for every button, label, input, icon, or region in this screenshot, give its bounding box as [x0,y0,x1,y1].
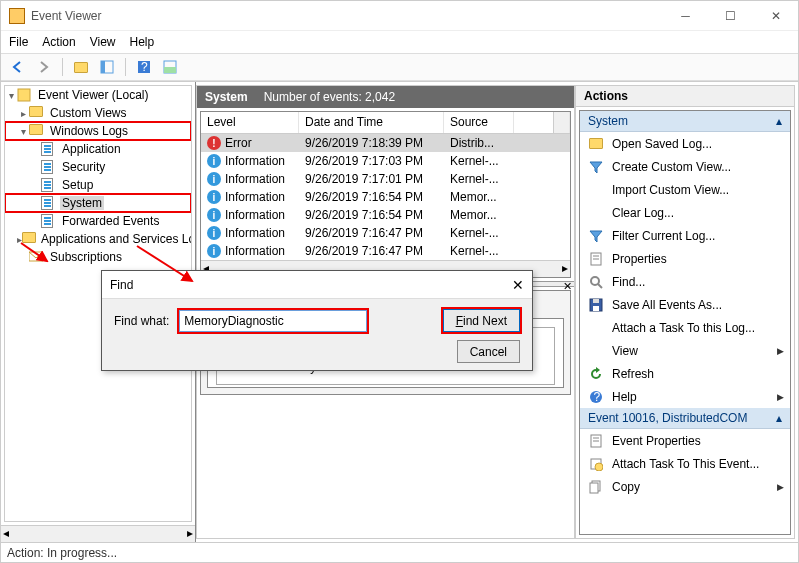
menu-view[interactable]: View [90,35,116,49]
svg-rect-1 [101,61,105,73]
action-clear-log[interactable]: Clear Log... [580,201,790,224]
svg-text:?: ? [141,60,148,74]
action-import-custom-view[interactable]: Import Custom View... [580,178,790,201]
expand-root-icon[interactable]: ▾ [5,90,17,101]
action-label: Attach a Task To this Log... [612,321,755,335]
col-level[interactable]: Level [201,112,299,133]
tree-application[interactable]: Application [60,142,123,156]
action-label: Refresh [612,367,654,381]
tree-custom-views[interactable]: Custom Views [48,106,128,120]
app-icon [9,8,25,24]
find-input[interactable] [179,310,367,332]
tree-forwarded[interactable]: Forwarded Events [60,214,161,228]
tree-h-scrollbar[interactable]: ◂▸ [1,525,195,542]
actions-section-system[interactable]: System ▴ [580,111,790,132]
event-row[interactable]: iInformation9/26/2019 7:16:47 PMKernel-.… [201,242,570,260]
actions-body: System ▴ Open Saved Log...Create Custom … [579,110,791,535]
tree-setup[interactable]: Setup [60,178,95,192]
props-icon [588,251,604,267]
info-icon: i [207,154,221,168]
col-source[interactable]: Source [444,112,514,133]
grid-header[interactable]: Level Date and Time Source [201,112,570,134]
back-button[interactable] [7,56,29,78]
tree-security[interactable]: Security [60,160,107,174]
refresh-icon [588,366,604,382]
menu-file[interactable]: File [9,35,28,49]
action-filter-current-log[interactable]: Filter Current Log... [580,224,790,247]
info-icon: i [207,226,221,240]
close-button[interactable]: ✕ [753,1,798,30]
event-row[interactable]: iInformation9/26/2019 7:16:54 PMMemor... [201,206,570,224]
titlebar: Event Viewer ─ ☐ ✕ [1,1,798,31]
expand-winlogs-icon[interactable]: ▾ [17,126,29,137]
events-grid: Level Date and Time Source !Error9/26/20… [200,111,571,278]
blank-icon [588,320,604,336]
actions-section-label: Event 10016, DistributedCOM [588,411,747,425]
svg-rect-15 [593,306,599,311]
action-label: Find... [612,275,645,289]
event-row[interactable]: iInformation9/26/2019 7:17:01 PMKernel-.… [201,170,570,188]
action-refresh[interactable]: Refresh [580,362,790,385]
action-save-all-events-as[interactable]: Save All Events As... [580,293,790,316]
close-preview-button[interactable]: ✕ [563,280,572,293]
find-close-button[interactable]: ✕ [512,277,524,293]
show-tree-button[interactable] [96,56,118,78]
grid-body[interactable]: !Error9/26/2019 7:18:39 PMDistrib...iInf… [201,134,570,260]
action-help[interactable]: ?Help▶ [580,385,790,408]
minimize-button[interactable]: ─ [663,1,708,30]
funnel-new-icon [588,159,604,175]
action-label: Event Properties [612,434,701,448]
events-header-title: System [205,90,248,104]
actions-section-label: System [588,114,628,128]
info-icon: i [207,208,221,222]
action-open-saved-log[interactable]: Open Saved Log... [580,132,790,155]
tree-windows-logs[interactable]: Windows Logs [48,124,130,138]
action-label: Save All Events As... [612,298,722,312]
event-row[interactable]: !Error9/26/2019 7:18:39 PMDistrib... [201,134,570,152]
actions-section-event[interactable]: Event 10016, DistributedCOM ▴ [580,408,790,429]
action-view[interactable]: View▶ [580,339,790,362]
collapse-icon[interactable]: ▴ [776,411,782,425]
forward-button[interactable] [33,56,55,78]
expand-custom-icon[interactable]: ▸ [17,108,29,119]
annotation-arrow-icon [132,241,212,291]
menu-action[interactable]: Action [42,35,75,49]
event-row[interactable]: iInformation9/26/2019 7:16:47 PMKernel-.… [201,224,570,242]
help-icon: ? [588,389,604,405]
cancel-button[interactable]: Cancel [457,340,520,363]
copy-icon [588,479,604,495]
action-find[interactable]: Find... [580,270,790,293]
maximize-button[interactable]: ☐ [708,1,753,30]
action-create-custom-view[interactable]: Create Custom View... [580,155,790,178]
open-log-button[interactable] [70,56,92,78]
collapse-icon[interactable]: ▴ [776,114,782,128]
task-icon [588,456,604,472]
action-attach-a-task-to-this-log[interactable]: Attach a Task To this Log... [580,316,790,339]
find-next-button[interactable]: Find Next [443,309,520,332]
col-datetime[interactable]: Date and Time [299,112,444,133]
svg-point-12 [591,277,599,285]
info-icon: i [207,190,221,204]
action-copy[interactable]: Copy▶ [580,475,790,498]
grid-v-scrollbar[interactable] [553,112,570,133]
folder-icon [29,124,45,138]
tree-root[interactable]: Event Viewer (Local) [36,88,151,102]
event-row[interactable]: iInformation9/26/2019 7:17:03 PMKernel-.… [201,152,570,170]
event-row[interactable]: iInformation9/26/2019 7:16:54 PMMemor... [201,188,570,206]
menu-help[interactable]: Help [130,35,155,49]
help-button[interactable]: ? [133,56,155,78]
action-event-properties[interactable]: Event Properties [580,429,790,452]
svg-line-8 [21,243,47,261]
submenu-arrow-icon: ▶ [777,482,784,492]
action-label: Clear Log... [612,206,674,220]
menubar: File Action View Help [1,31,798,53]
action-properties[interactable]: Properties [580,247,790,270]
submenu-arrow-icon: ▶ [777,346,784,356]
log-icon [41,196,57,210]
preview-button[interactable] [159,56,181,78]
tree-system[interactable]: System [60,196,104,210]
action-label: View [612,344,638,358]
action-attach-task-to-this-event[interactable]: Attach Task To This Event... [580,452,790,475]
svg-rect-25 [590,483,598,493]
open-icon [588,136,604,152]
